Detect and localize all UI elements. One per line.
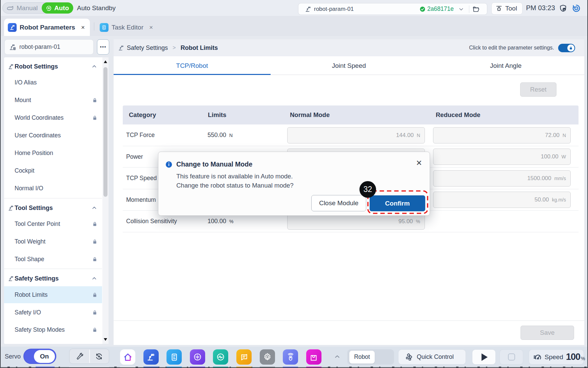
wrench-button[interactable] xyxy=(70,349,89,364)
close-icon[interactable]: ✕ xyxy=(416,159,422,167)
speed-indicator[interactable]: Speed 100 % xyxy=(529,349,584,365)
open-folder-icon[interactable] xyxy=(472,6,480,13)
tab-robot-parameters[interactable]: Robot Parameters × xyxy=(4,19,90,36)
breadcrumb-section[interactable]: Safety Settings xyxy=(127,44,168,52)
item-label: Mount xyxy=(15,97,31,104)
robot-icon xyxy=(8,205,14,211)
close-tab-icon[interactable]: × xyxy=(149,24,153,31)
manual-hand-icon xyxy=(6,4,14,12)
sidebar-item-tool-center-point[interactable]: Tool Center Point xyxy=(4,215,102,232)
bottom-dock: Servo On Robot xyxy=(0,347,588,367)
quick-control-button[interactable]: Quick Control xyxy=(398,349,466,365)
scroll-down-arrow[interactable] xyxy=(104,338,107,341)
row-category: Momentum xyxy=(126,189,156,211)
item-label: World Coordinates xyxy=(15,114,64,121)
scroll-up-arrow[interactable] xyxy=(104,60,107,63)
shield-user-icon[interactable] xyxy=(559,4,567,13)
more-options-button[interactable]: ⋯ xyxy=(97,39,109,55)
column-header-category: Category xyxy=(129,105,156,124)
recovery-target-icon[interactable] xyxy=(572,4,581,13)
sidebar-item-safety-io[interactable]: Safety I/O xyxy=(4,304,102,321)
app-jog-icon[interactable] xyxy=(190,349,205,365)
robot-mode-segment[interactable]: Robot xyxy=(347,349,394,365)
app-monitor-icon[interactable] xyxy=(213,349,228,365)
scrollbar-thumb[interactable] xyxy=(103,67,107,197)
sidebar-item-robot-limits[interactable]: Robot Limits xyxy=(4,286,102,303)
auto-mode-button[interactable]: Auto xyxy=(42,2,73,14)
edit-lock-toggle[interactable] xyxy=(558,44,575,52)
chevron-down-icon[interactable] xyxy=(458,6,464,12)
check-circle-icon xyxy=(419,6,426,12)
robot-icon xyxy=(8,63,14,70)
tool-gripper-icon xyxy=(495,5,503,12)
sidebar-item-io-alias[interactable]: I/O Alias xyxy=(4,74,102,91)
sidebar-item-cockpit[interactable]: Cockpit xyxy=(4,162,102,179)
stop-button[interactable] xyxy=(499,349,523,365)
chevron-up-icon xyxy=(92,64,97,69)
reduced-mode-input[interactable]: 1500.000mm/s xyxy=(433,170,571,187)
app-settings-icon[interactable] xyxy=(260,349,275,365)
sidebar-item-world-coordinates[interactable]: World Coordinates xyxy=(4,109,102,126)
save-button[interactable]: Save xyxy=(521,326,574,340)
row-category: Power xyxy=(126,146,143,168)
app-remote-icon[interactable] xyxy=(283,349,298,365)
lock-icon xyxy=(92,239,97,244)
sidebar-item-mount[interactable]: Mount xyxy=(4,92,102,109)
group-label: Robot Settings xyxy=(15,63,58,70)
column-header-reduced-mode: Reduced Mode xyxy=(436,105,481,124)
jog-sync-button[interactable] xyxy=(89,349,109,364)
quick-control-icon xyxy=(405,353,413,361)
tab-joint-speed[interactable]: Joint Speed xyxy=(271,56,428,75)
app-robot-icon[interactable] xyxy=(143,349,159,365)
item-label: Tool Center Point xyxy=(15,220,60,228)
sidebar-item-home-position[interactable]: Home Position xyxy=(4,144,102,161)
active-parameter-selector[interactable]: robot-param-01 2a68171e xyxy=(298,3,487,15)
app-message-icon[interactable] xyxy=(236,349,252,365)
app-home-icon[interactable] xyxy=(120,349,135,365)
sidebar-item-tool-shape[interactable]: Tool Shape xyxy=(4,251,102,268)
sidebar-scrollbar[interactable] xyxy=(102,57,109,344)
item-label: Safety I/O xyxy=(15,309,41,316)
play-button[interactable] xyxy=(472,349,496,365)
tab-task-editor[interactable]: Task Editor × xyxy=(100,19,156,36)
tab-joint-angle[interactable]: Joint Angle xyxy=(427,56,584,75)
parameter-name-field[interactable]: robot-param-01 xyxy=(4,39,94,55)
sidebar-item-normal-io[interactable]: Normal I/O xyxy=(4,180,102,197)
reduced-mode-input[interactable]: 72.00N xyxy=(433,127,571,143)
app-store-icon[interactable] xyxy=(306,349,321,365)
item-label: I/O Alias xyxy=(15,79,37,86)
close-tab-icon[interactable]: × xyxy=(81,24,85,31)
app-task-icon[interactable] xyxy=(166,349,182,365)
lock-icon xyxy=(92,257,97,262)
sidebar-item-user-coordinates[interactable]: User Coordinates xyxy=(4,127,102,144)
manual-mode-button[interactable]: Manual xyxy=(3,3,44,13)
normal-mode-input[interactable]: 144.00N xyxy=(287,127,425,143)
item-label: Tool Shape xyxy=(15,256,44,263)
sidebar-group-robot-settings[interactable]: Robot Settings xyxy=(4,58,102,75)
reduced-mode-input[interactable]: 50.00kg.m/s xyxy=(433,192,571,208)
expand-dock-caret[interactable] xyxy=(334,347,341,367)
tab-tcp-robot[interactable]: TCP/Robot xyxy=(114,56,271,75)
sidebar-group-tool-settings[interactable]: Tool Settings xyxy=(4,199,102,216)
robot-segment-label[interactable]: Robot xyxy=(349,351,375,364)
divider xyxy=(89,350,90,363)
sidebar-group-safety-settings[interactable]: Safety Settings xyxy=(4,270,102,287)
confirm-button[interactable]: Confirm xyxy=(370,195,425,211)
sidebar-item-tool-weight[interactable]: Tool Weight xyxy=(4,233,102,250)
parameter-name-value: robot-param-01 xyxy=(19,43,60,51)
tab-robot-parameters-label: Robot Parameters xyxy=(20,24,75,31)
item-label: Safety Stop Modes xyxy=(15,326,65,333)
edit-hint-text: Click to edit the parameter settings. xyxy=(469,45,554,51)
reset-button[interactable]: Reset xyxy=(520,82,556,97)
lock-icon xyxy=(92,98,97,103)
sidebar-item-safety-stop-modes[interactable]: Safety Stop Modes xyxy=(4,321,102,338)
breadcrumb-page: Robot Limits xyxy=(180,44,218,52)
tool-button[interactable]: Tool xyxy=(491,2,523,15)
servo-label: Servo xyxy=(5,347,21,367)
speed-gauge-icon xyxy=(533,352,542,362)
servo-toggle[interactable]: On xyxy=(23,349,56,364)
lock-icon xyxy=(92,292,97,297)
close-module-button[interactable]: Close Module xyxy=(311,195,366,211)
document-tab-bar: Robot Parameters × Task Editor × xyxy=(0,16,588,36)
reduced-mode-input[interactable]: 100.00W xyxy=(433,149,571,165)
